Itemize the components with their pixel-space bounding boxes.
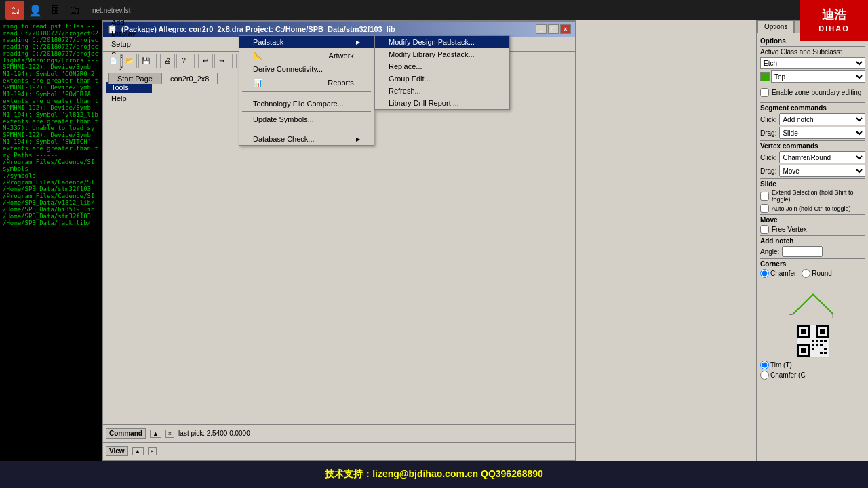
class-select[interactable]: Etch [760,57,865,69]
view-close-btn[interactable]: × [148,447,157,455]
modify-library-label: Modify Library Padstack... [389,50,475,58]
title-bar: 📋 (Package) Allegro: con2r0_2x8.dra Proj… [103,22,575,37]
maximize-button[interactable]: □ [548,24,559,34]
vertex-drag-label: Drag: [760,167,776,175]
undo-button[interactable]: ↩ [198,54,213,68]
derive-label: Derive Connectivity... [253,65,323,73]
view-label: View [106,446,128,456]
library-drill-label: Library Drill Report ... [389,99,459,107]
menu-replace[interactable]: Replace... [375,60,509,73]
menu-reports[interactable]: 📊 Reports... [239,75,374,90]
menu-library-drill-report[interactable]: Library Drill Report ... [375,97,509,109]
padstack-submenu: Modify Design Padstack... Modify Library… [374,35,510,110]
dd-sep-2 [242,111,371,112]
open-button[interactable]: 📂 [122,54,137,68]
menu-db-check[interactable]: Update Symbols... [239,113,374,125]
round-option[interactable]: Round [802,269,831,278]
sys-icon-3[interactable]: 🖩 [46,1,65,20]
vertex-drag-row: Drag: Move [760,165,865,177]
corners-label: Corners [760,260,865,268]
auto-join-check[interactable] [760,204,769,213]
svg-rect-12 [820,340,823,342]
menu-derive[interactable]: Derive Connectivity... [239,63,374,75]
tim-label: Tim (T) [770,361,792,369]
menu-help[interactable]: Help [106,93,152,104]
new-button[interactable]: 📄 [106,54,121,68]
chamfer-option[interactable]: Chamfer [760,269,796,278]
subclass-select[interactable]: Top [771,70,865,83]
command-expand-btn[interactable]: ▲ [150,430,161,438]
command-close-btn[interactable]: × [165,430,174,438]
drag-select[interactable]: Slide [779,127,865,139]
bottom-text: 技术支持：lizeng@bjdihao.com.cn QQ396268890 [325,468,543,481]
menu-display[interactable]: Display [106,28,152,39]
menu-padstack[interactable]: Padstack ▶ [239,36,374,48]
chamfer-c-radio[interactable] [760,371,769,380]
slide-label: Slide [760,180,865,188]
view-expand-btn[interactable]: ▲ [132,447,144,455]
vertex-drag-select[interactable]: Move [779,165,865,177]
click-select[interactable]: Add notch [779,113,865,125]
vertex-click-select[interactable]: Chamfer/Round [779,151,865,163]
minimize-button[interactable]: _ [536,24,547,34]
redo-button[interactable]: ↪ [214,54,229,68]
auto-join-row: Auto Join (hold Ctrl to toggle) [760,204,865,213]
sep-move [760,214,865,215]
sys-icon-2[interactable]: 👤 [26,1,45,20]
group-edit-label: Group Edit... [389,75,431,83]
dd-sep-3 [242,127,371,127]
svg-rect-19 [820,352,823,354]
angle-input[interactable]: 90.0000 [782,246,823,257]
save-button[interactable]: 💾 [138,54,153,68]
angle-label: Angle: [760,248,779,256]
filename-label: net.netrev.lst [92,7,131,14]
menu-setup[interactable]: Setup [106,39,152,49]
options-panel: Options Find Visibility Options Active C… [756,20,868,461]
vertex-label: Vertex commands [760,142,865,150]
padstack-arrow: ▶ [356,39,360,45]
close-button[interactable]: × [560,24,571,34]
free-vertex-check[interactable] [760,225,769,234]
tab-start-page[interactable]: Start Page [108,73,161,84]
tab-options[interactable]: Options [757,20,794,33]
svg-rect-11 [816,340,818,342]
svg-rect-14 [812,344,814,346]
free-vertex-row: Free Vertex [760,225,865,234]
menu-refresh[interactable]: Refresh... [375,85,509,97]
sys-icon-4[interactable]: 🗂 [65,1,84,20]
bottom-bar: 技术支持：lizeng@bjdihao.com.cn QQ396268890 [0,461,868,488]
sep3 [232,54,233,68]
tim-radio[interactable] [760,361,769,369]
menu-utilities[interactable]: Database Check... ▶ [239,133,374,145]
tim-option[interactable]: Tim (T) [760,361,865,369]
refresh-label: Refresh... [389,87,421,95]
vertex-click-label: Click: [760,154,776,161]
reports-icon: 📊 [253,77,264,88]
menu-artwork[interactable]: 📐 Artwork... [239,48,374,63]
svg-rect-5 [801,329,806,334]
menu-update-symbols[interactable]: Technology File Compare... [239,98,374,110]
console-panel: ring to read pst files --read C:/2018072… [0,20,102,461]
chamfer-c-option[interactable]: Chamfer (C [760,371,865,380]
zone-boundary-row: Enable zone boundary editing [760,88,865,97]
menu-modify-library-padstack[interactable]: Modify Library Padstack... [375,48,509,60]
color-indicator [760,72,770,81]
move-label: Move [760,216,865,224]
svg-rect-9 [801,348,806,353]
menu-modify-design-padstack[interactable]: Modify Design Padstack... [375,36,509,48]
svg-rect-20 [824,352,827,354]
print-button[interactable]: 🖨 [160,54,175,68]
round-radio[interactable] [802,269,810,278]
menu-group-edit[interactable]: Group Edit... [375,73,509,85]
system-bar: 🗂 👤 🖩 🗂 net.netrev.lst [0,0,868,20]
zone-boundary-check[interactable] [760,88,769,97]
chamfer-radio[interactable] [760,269,769,278]
sep-slide [760,178,865,179]
sys-icon-1[interactable]: 🗂 [5,1,24,20]
utilities-arrow: ▶ [356,136,360,142]
help-button[interactable]: ? [176,54,191,68]
tab-design[interactable]: con2r0_2x8 [161,73,218,84]
extend-sel-check[interactable] [760,192,769,201]
chamfer-label: Chamfer [770,270,796,277]
svg-text:T: T [789,313,793,319]
